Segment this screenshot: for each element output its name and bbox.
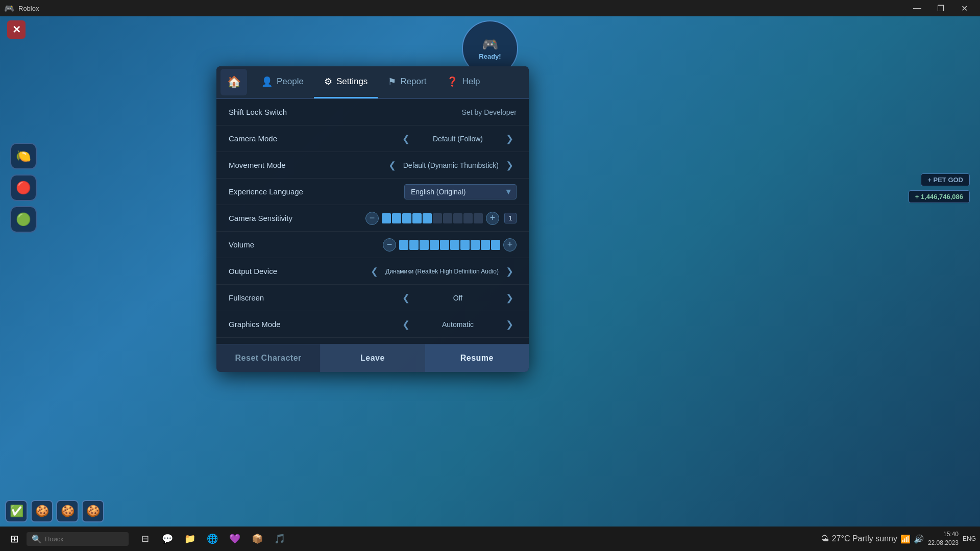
wifi-icon: 📶: [900, 534, 911, 544]
output-device-prev[interactable]: ❮: [368, 265, 381, 278]
output-device-value: Динамики (Realtek High Definition Audio): [385, 268, 499, 275]
tab-home[interactable]: 🏠: [220, 69, 247, 95]
pet-god-badge: + PET GOD: [921, 173, 970, 186]
setting-movement-mode: Movement Mode ❮ Default (Dynamic Thumbst…: [216, 152, 529, 179]
vol-seg-10: [491, 240, 500, 250]
language-dropdown[interactable]: English (Original) Русский Deutsch Franç…: [404, 184, 517, 199]
leave-button[interactable]: Leave: [320, 344, 425, 372]
tab-report[interactable]: ⚑ Report: [378, 66, 436, 98]
vol-seg-3: [420, 240, 429, 250]
fullscreen-label: Fullscreen: [229, 293, 351, 302]
language-indicator: ENG: [963, 535, 976, 542]
reset-character-button[interactable]: Reset Character: [216, 344, 320, 372]
taskbar-time: 15:40: [928, 530, 959, 539]
experience-language-label: Experience Language: [229, 187, 351, 196]
output-device-control: ❮ Динамики (Realtek High Definition Audi…: [351, 265, 517, 278]
setting-volume: Volume − +: [216, 232, 529, 258]
experience-language-control: English (Original) Русский Deutsch Franç…: [351, 184, 517, 199]
sensitivity-minus[interactable]: −: [365, 212, 379, 225]
collectible-3: 🍪: [56, 500, 79, 522]
volume-control: − +: [351, 238, 517, 252]
side-icon-2[interactable]: 🔴: [10, 174, 37, 201]
setting-camera-sensitivity: Camera Sensitivity −: [216, 205, 529, 232]
search-icon: 🔍: [32, 534, 42, 544]
graphics-mode-label: Graphics Mode: [229, 320, 351, 329]
camera-mode-label: Camera Mode: [229, 134, 351, 143]
restore-button[interactable]: ❐: [929, 0, 952, 16]
shift-lock-value: Set by Developer: [462, 108, 517, 116]
fullscreen-prev[interactable]: ❮: [399, 291, 413, 305]
tab-settings[interactable]: ⚙ Settings: [314, 66, 378, 98]
setting-graphics-quality: Graphics Quality −: [216, 338, 529, 344]
resume-button[interactable]: Resume: [425, 344, 529, 372]
search-input[interactable]: [45, 535, 116, 543]
collectible-2: 🍪: [31, 500, 53, 522]
camera-mode-prev[interactable]: ❮: [399, 132, 413, 145]
setting-output-device: Output Device ❮ Динамики (Realtek High D…: [216, 258, 529, 285]
side-icon-3[interactable]: 🟢: [10, 206, 37, 233]
shift-lock-control: Set by Developer: [351, 108, 517, 116]
camera-sensitivity-control: − + 1: [351, 212, 517, 225]
titlebar-controls: — ❐ ✕: [905, 0, 976, 16]
close-window-button[interactable]: ✕: [952, 0, 976, 16]
collectible-1: ✅: [5, 500, 28, 522]
setting-fullscreen: Fullscreen ❮ Off ❯: [216, 285, 529, 311]
taskbar-folder-icon[interactable]: 📁: [180, 529, 200, 549]
taskbar-search: 🔍: [27, 532, 129, 546]
taskbar-music-icon[interactable]: 🎵: [270, 529, 290, 549]
camera-sensitivity-label: Camera Sensitivity: [229, 214, 351, 222]
camera-mode-control: ❮ Default (Follow) ❯: [351, 132, 517, 145]
taskbar-chat-icon[interactable]: 💬: [157, 529, 178, 549]
tab-people[interactable]: 👤 People: [251, 66, 314, 98]
seg-9: [463, 213, 473, 223]
seg-1: [382, 213, 391, 223]
taskbar-discord-icon[interactable]: 💜: [225, 529, 245, 549]
seg-4: [412, 213, 422, 223]
fullscreen-next[interactable]: ❯: [503, 291, 517, 305]
seg-3: [402, 213, 411, 223]
shift-lock-label: Shift Lock Switch: [229, 108, 351, 116]
taskbar-browser-icon[interactable]: 🌐: [202, 529, 223, 549]
movement-mode-prev[interactable]: ❮: [385, 159, 399, 172]
camera-mode-next[interactable]: ❯: [503, 132, 517, 145]
titlebar-title: Roblox: [18, 5, 39, 12]
volume-slider: − +: [383, 238, 517, 252]
movement-mode-control: ❮ Default (Dynamic Thumbstick) ❯: [351, 159, 517, 172]
tabs-bar: 🏠 👤 People ⚙ Settings ⚑ Report ❓ Help: [216, 66, 529, 99]
vol-seg-7: [460, 240, 470, 250]
sensitivity-track: [382, 213, 483, 223]
output-device-next[interactable]: ❯: [503, 265, 517, 278]
taskbar-app-icon[interactable]: 📦: [247, 529, 267, 549]
graphics-mode-control: ❮ Automatic ❯: [351, 318, 517, 331]
help-icon: ❓: [447, 76, 458, 87]
setting-camera-mode: Camera Mode ❮ Default (Follow) ❯: [216, 126, 529, 152]
side-icon-1[interactable]: 🍋: [10, 143, 37, 169]
tab-help[interactable]: ❓ Help: [436, 66, 490, 98]
seg-7: [443, 213, 452, 223]
graphics-mode-value: Automatic: [417, 320, 499, 329]
start-button[interactable]: ⊞: [4, 529, 24, 549]
movement-mode-select: ❮ Default (Dynamic Thumbstick) ❯: [385, 159, 517, 172]
minimize-button[interactable]: —: [905, 0, 929, 16]
volume-minus[interactable]: −: [383, 238, 396, 252]
graphics-mode-next[interactable]: ❯: [503, 318, 517, 331]
fullscreen-value: Off: [417, 294, 499, 302]
sensitivity-plus[interactable]: +: [486, 212, 499, 225]
vol-seg-9: [481, 240, 490, 250]
time-block: 15:40 22.08.2023: [928, 530, 959, 547]
setting-graphics-mode: Graphics Mode ❮ Automatic ❯: [216, 311, 529, 338]
fullscreen-select: ❮ Off ❯: [399, 291, 517, 305]
graphics-mode-prev[interactable]: ❮: [399, 318, 413, 331]
weather-text: 27°C Partly sunny: [832, 534, 897, 543]
close-x-button[interactable]: ✕: [7, 20, 26, 39]
volume-plus[interactable]: +: [503, 238, 517, 252]
taskbar: ⊞ 🔍 ⊟ 💬 📁 🌐 💜 📦 🎵 🌤 27°C Partly sunny 📶 …: [0, 527, 980, 551]
taskbar-view-icon[interactable]: ⊟: [135, 529, 155, 549]
vol-seg-5: [440, 240, 449, 250]
movement-mode-next[interactable]: ❯: [503, 159, 517, 172]
output-device-label: Output Device: [229, 267, 351, 276]
people-icon: 👤: [261, 76, 273, 87]
movement-mode-label: Movement Mode: [229, 161, 351, 169]
movement-mode-value: Default (Dynamic Thumbstick): [403, 161, 499, 169]
fullscreen-control: ❮ Off ❯: [351, 291, 517, 305]
